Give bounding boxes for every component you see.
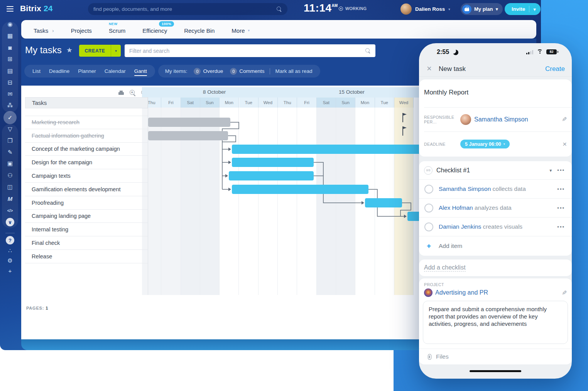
description-field[interactable]: Prepare and submit a comprehensive month… bbox=[423, 301, 568, 344]
tab-deadline[interactable]: Deadline bbox=[45, 65, 74, 78]
checkbox-circle[interactable] bbox=[424, 204, 433, 212]
more-options-icon[interactable]: ••• bbox=[557, 224, 565, 230]
sidebar-item-bot[interactable]: ⚇ bbox=[0, 170, 20, 181]
my-plan-button[interactable]: My plan ▾ bbox=[461, 3, 503, 15]
sidebar-item-code[interactable]: </> bbox=[0, 205, 20, 216]
chevron-down-icon[interactable]: ▾ bbox=[549, 168, 552, 173]
sidebar-item-tasks[interactable]: ✓ bbox=[0, 112, 20, 123]
mark-all-read-button[interactable]: Mark all as read bbox=[272, 68, 316, 74]
sidebar-item-calendar[interactable]: ⊞ bbox=[0, 53, 20, 65]
sidebar-item-documents[interactable]: ▤ bbox=[0, 65, 20, 77]
sidebar-item-sites[interactable]: ❐ bbox=[0, 135, 20, 147]
sidebar-item-collapse[interactable]: ∨ bbox=[0, 216, 20, 228]
help-icon: ? bbox=[6, 236, 14, 244]
gantt-bar[interactable] bbox=[365, 198, 402, 207]
task-row[interactable]: Campaign texts bbox=[25, 169, 148, 183]
sidebar-item-market[interactable]: M bbox=[0, 193, 20, 204]
gantt-bar[interactable] bbox=[148, 118, 230, 127]
nav-item-efficiency[interactable]: 100%Efficiency bbox=[134, 20, 176, 39]
create-dropdown[interactable]: ▾ bbox=[111, 45, 121, 57]
counter-comments[interactable]: 0Comments bbox=[226, 68, 268, 75]
more-options-icon[interactable]: ••• bbox=[557, 186, 565, 192]
edit-pencil-icon[interactable]: ✎ bbox=[562, 116, 567, 123]
sidebar-item-kanban[interactable]: ▦ bbox=[0, 30, 20, 42]
invite-button[interactable]: Invite ▾ bbox=[505, 3, 541, 15]
gantt-bar[interactable] bbox=[229, 171, 314, 180]
checkbox-circle[interactable] bbox=[424, 222, 433, 231]
user-menu[interactable]: Dalien Ross ▾ bbox=[400, 3, 450, 15]
sidebar-item-mail[interactable]: ✉ bbox=[0, 88, 20, 100]
day-header-cell: Sat bbox=[181, 98, 200, 108]
gantt-bar[interactable] bbox=[232, 158, 314, 167]
sidebar-item-drive[interactable]: ⊟ bbox=[0, 77, 20, 88]
tab-gantt[interactable]: Gantt bbox=[130, 65, 151, 78]
gantt-week-label: 8 October bbox=[203, 89, 226, 95]
sidebar-item-teams[interactable]: ⁂ bbox=[0, 100, 20, 111]
sidebar-item-help[interactable]: ? bbox=[0, 234, 20, 246]
gantt-bar[interactable] bbox=[232, 185, 368, 194]
favorite-star-icon[interactable]: ★ bbox=[66, 46, 73, 54]
files-row[interactable]: Files bbox=[419, 349, 572, 364]
sidebar-item-feed[interactable]: ◉ bbox=[0, 19, 20, 30]
task-row[interactable]: Internal testing bbox=[25, 223, 148, 236]
add-checklist-link[interactable]: Add a checklist bbox=[424, 264, 466, 271]
add-item-row[interactable]: + Add item bbox=[419, 236, 572, 256]
documents-icon: ▤ bbox=[7, 67, 13, 74]
sidebar-item-database[interactable]: ◫ bbox=[0, 181, 20, 193]
checklist-item[interactable]: Damian Jenkins creates visuals••• bbox=[419, 217, 572, 236]
nav-item-projects[interactable]: Projects bbox=[63, 20, 100, 39]
working-status[interactable]: WORKING bbox=[339, 6, 367, 11]
close-icon[interactable]: × bbox=[427, 64, 432, 74]
sidebar-item-crm[interactable]: ▽ bbox=[0, 123, 20, 135]
global-search[interactable] bbox=[88, 3, 287, 15]
zoom-in-icon[interactable] bbox=[129, 89, 136, 96]
counter-overdue[interactable]: 0Overdue bbox=[190, 68, 226, 75]
edit-pencil-icon[interactable]: ✎ bbox=[562, 289, 567, 297]
task-row[interactable]: Marketing research bbox=[25, 116, 148, 129]
more-options-icon[interactable]: ••• bbox=[557, 167, 565, 173]
task-name-field[interactable]: Monthly Report bbox=[424, 89, 468, 96]
task-row[interactable]: Final check bbox=[25, 236, 148, 250]
sidebar-item-chat[interactable]: ◙ bbox=[0, 42, 20, 53]
sites-icon: ❐ bbox=[7, 137, 12, 144]
tab-calendar[interactable]: Calendar bbox=[100, 65, 130, 78]
checklist-item[interactable]: Alex Hofman analyzes data••• bbox=[419, 199, 572, 217]
divider bbox=[148, 97, 148, 295]
sidebar-item-sign[interactable]: ✎ bbox=[0, 147, 20, 158]
sidebar-item-add[interactable]: + bbox=[0, 265, 20, 276]
gantt-bar[interactable] bbox=[148, 131, 228, 140]
print-icon[interactable] bbox=[118, 89, 125, 96]
project-name-link[interactable]: Advertising and PR bbox=[435, 289, 562, 296]
sidebar-item-contacts[interactable]: ▣ bbox=[0, 158, 20, 169]
responsible-label: RESPONSIBLE PER... bbox=[424, 115, 460, 124]
clear-deadline-icon[interactable]: × bbox=[563, 140, 567, 148]
clock[interactable]: 11:14AM bbox=[304, 2, 338, 14]
task-row[interactable]: Factual information gathering bbox=[25, 129, 148, 143]
task-row[interactable]: Gamification elements development bbox=[25, 183, 148, 196]
task-row[interactable]: Release bbox=[25, 250, 148, 263]
brand-logo[interactable]: Bitrix 24 bbox=[20, 4, 53, 13]
task-row[interactable]: Proofreading bbox=[25, 196, 148, 210]
checklist-header[interactable]: 0/3 Checklist #1 ▾ ••• bbox=[419, 161, 572, 180]
divider bbox=[529, 6, 529, 12]
checkbox-circle[interactable] bbox=[424, 185, 433, 194]
responsible-name-link[interactable]: Samantha Simpson bbox=[474, 116, 562, 123]
deadline-value-button[interactable]: 5 January 06:00▾ bbox=[460, 140, 510, 148]
nav-item-recycle-bin[interactable]: Recycle Bin bbox=[176, 20, 223, 39]
task-row[interactable]: Campaing landing page bbox=[25, 210, 148, 223]
global-search-input[interactable] bbox=[93, 6, 277, 12]
home-indicator[interactable] bbox=[470, 370, 521, 372]
checklist-item[interactable]: Samantha Simpson collects data••• bbox=[419, 180, 572, 199]
nav-item-tasks[interactable]: Tasks› bbox=[25, 20, 63, 39]
create-task-button[interactable]: CREATE ▾ bbox=[79, 45, 121, 57]
more-options-icon[interactable]: ••• bbox=[557, 205, 565, 211]
phone-create-button[interactable]: Create bbox=[545, 65, 565, 73]
task-row[interactable]: Concept of the marketing campaign bbox=[25, 143, 148, 156]
tab-planner[interactable]: Planner bbox=[74, 65, 100, 78]
nav-item-scrum[interactable]: NEWScrum bbox=[100, 20, 134, 39]
filter-search[interactable] bbox=[125, 44, 375, 57]
tab-list[interactable]: List bbox=[28, 65, 45, 78]
filter-search-input[interactable] bbox=[129, 48, 365, 54]
task-row[interactable]: Design for the campaign bbox=[25, 156, 148, 169]
nav-item-more[interactable]: More▾ bbox=[223, 20, 258, 39]
